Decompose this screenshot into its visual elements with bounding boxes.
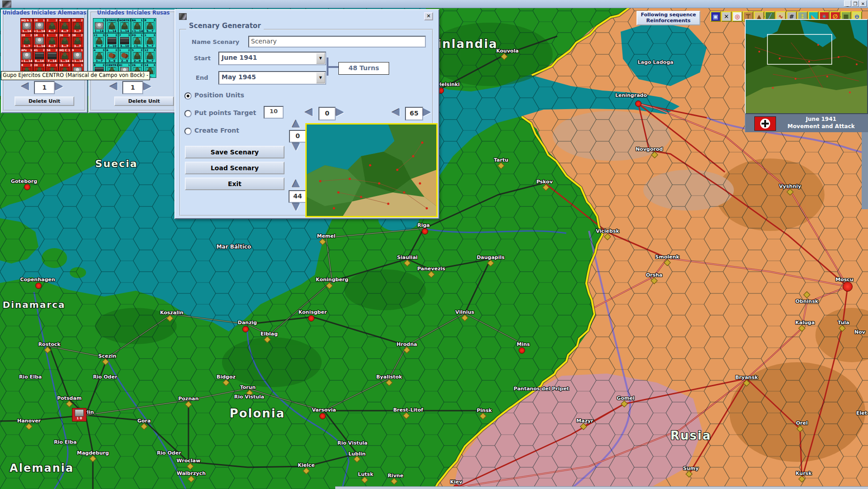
unit-counter[interactable]: 181+1…14: [33, 33, 46, 48]
restore-button[interactable]: ❐: [852, 0, 859, 7]
city-marker[interactable]: [24, 184, 30, 190]
unit-art: [22, 37, 31, 44]
unit-counter[interactable]: STAVG11…14: [106, 18, 118, 33]
unit-counter[interactable]: 124…7: [46, 33, 58, 48]
map-label: Vyshniy: [779, 183, 801, 189]
unit-counter[interactable]: 4128…14: [33, 48, 46, 63]
unit-counter[interactable]: 835…7: [144, 18, 156, 33]
unit-counter[interactable]: 11…14: [93, 18, 106, 33]
target-points-input[interactable]: 10: [264, 106, 284, 119]
load-scenary-button[interactable]: Load Scenary: [185, 162, 285, 174]
map-label: Kiev: [450, 479, 463, 485]
minimize-button[interactable]: _: [844, 0, 851, 7]
unit-counter[interactable]: 733…10: [118, 33, 131, 48]
start-dropdown[interactable]: June 1941 ▼: [218, 52, 326, 65]
russian-page-box[interactable]: 1: [122, 81, 143, 94]
scroll-up-arrow[interactable]: ▲: [292, 118, 300, 129]
map-label: Rio Oder: [93, 374, 117, 380]
unit-counter[interactable]: 2623…7: [58, 33, 71, 48]
city-marker[interactable]: [308, 315, 314, 321]
save-button[interactable]: ▣: [710, 11, 721, 22]
scroll-right-arrow[interactable]: ▶: [336, 106, 344, 117]
end-dropdown-arrow[interactable]: ▼: [316, 72, 325, 83]
unit-counter[interactable]: 135…7: [144, 33, 156, 48]
map-label: Rio Vistula: [234, 394, 265, 400]
unit-counter[interactable]: 122…9: [118, 48, 131, 63]
unit-counter[interactable]: NORTE11…14: [118, 18, 131, 33]
unit-art: [48, 37, 57, 44]
radio-dot[interactable]: [184, 92, 192, 100]
german-next-arrow[interactable]: ▶: [55, 81, 63, 91]
radio-label: Position Units: [194, 91, 244, 99]
bottom-scroll-strip[interactable]: [335, 486, 868, 489]
sequence-panel[interactable]: Following sequence Reinforcements: [637, 11, 700, 25]
unit-counter[interactable]: 623…9: [106, 48, 118, 63]
unit-counter[interactable]: 122…10: [106, 33, 118, 48]
unit-counter[interactable]: 433…7: [93, 48, 106, 63]
scroll-up2-arrow[interactable]: ▲: [292, 177, 300, 188]
unit-portrait: [75, 409, 84, 417]
radio-dot[interactable]: [184, 110, 192, 117]
map-unit-counter[interactable]: 1 0: [72, 408, 87, 422]
german-page-box[interactable]: 1: [34, 81, 55, 94]
city-marker[interactable]: [519, 347, 525, 354]
russian-next-arrow[interactable]: ▶: [144, 81, 151, 91]
map-label: Vilnius: [455, 309, 474, 315]
overview-minimap[interactable]: [745, 19, 868, 114]
map-label: Moscu: [835, 277, 853, 283]
radio-dot[interactable]: [184, 128, 192, 135]
map-label: Lutsk: [358, 471, 373, 477]
scroll-down-arrow[interactable]: ▼: [292, 141, 300, 152]
unit-counter[interactable]: 1236…7: [144, 48, 156, 63]
unit-counter[interactable]: BA1+1…14: [131, 18, 144, 33]
unit-art: [95, 22, 104, 29]
exit-button[interactable]: Exit: [185, 177, 285, 190]
unit-counter[interactable]: HQ h11…14: [20, 18, 33, 33]
unit-counter[interactable]: 1023…7: [71, 18, 84, 33]
scroll-left2-arrow[interactable]: ◀: [392, 106, 400, 117]
map-label: Kouvola: [496, 48, 519, 54]
city-marker[interactable]: [242, 326, 249, 332]
unit-counter[interactable]: 224…7: [46, 18, 58, 33]
city-marker[interactable]: [319, 413, 326, 419]
unit-art: [60, 22, 69, 29]
scroll-x2-box[interactable]: 65: [405, 107, 423, 120]
target-button[interactable]: ◎: [732, 11, 743, 22]
unit-counter[interactable]: 161+1…14: [33, 18, 46, 33]
german-prev-arrow[interactable]: ◀: [21, 81, 29, 91]
city-marker[interactable]: [35, 283, 42, 289]
unit-counter[interactable]: 522…9: [131, 48, 144, 63]
unit-counter[interactable]: 2823…7: [20, 33, 33, 48]
map-label: Rio Elba: [19, 374, 42, 380]
unit-counter[interactable]: 91+1…14: [71, 48, 84, 63]
close-button[interactable]: ✕: [859, 0, 867, 7]
unit-counter[interactable]: 424…7: [58, 18, 71, 33]
map-label: Kielce: [298, 462, 315, 468]
scroll-left-arrow[interactable]: ◀: [305, 106, 313, 117]
map-label: Mar Báltico: [217, 244, 251, 250]
scroll-down2-arrow[interactable]: ▼: [292, 201, 300, 212]
scroll-right2-arrow[interactable]: ▶: [423, 106, 431, 117]
city-marker[interactable]: [843, 282, 853, 292]
russian-delete-unit-button[interactable]: Delete Unit: [114, 96, 174, 106]
russian-prev-arrow[interactable]: ◀: [110, 81, 117, 91]
city-marker[interactable]: [422, 228, 428, 235]
unit-counter[interactable]: 1136…7: [93, 33, 106, 48]
start-dropdown-arrow[interactable]: ▼: [316, 53, 325, 64]
city-marker[interactable]: [635, 101, 641, 107]
unit-counter[interactable]: 5627…14: [46, 48, 58, 63]
unit-counter[interactable]: 3823…7: [71, 33, 84, 48]
name-scenary-input[interactable]: Scenary: [248, 36, 426, 48]
scenario-preview-map[interactable]: [305, 123, 438, 217]
unit-counter[interactable]: FO1+1…: [131, 33, 144, 48]
unit-counter[interactable]: 4Pz1+1…14: [20, 48, 33, 63]
delete-button[interactable]: ✕: [721, 11, 732, 22]
german-delete-unit-button[interactable]: Delete Unit: [14, 96, 74, 106]
save-scenary-button[interactable]: Save Scenary: [185, 146, 285, 158]
map-label: Brest-Litof: [393, 407, 423, 413]
end-dropdown[interactable]: May 1945 ▼: [218, 71, 326, 85]
dialog-close-button[interactable]: ✕: [424, 12, 433, 20]
unit-art: [95, 52, 104, 59]
unit-counter[interactable]: HQ C11…14: [58, 48, 71, 63]
scroll-x-box[interactable]: 0: [318, 107, 336, 120]
